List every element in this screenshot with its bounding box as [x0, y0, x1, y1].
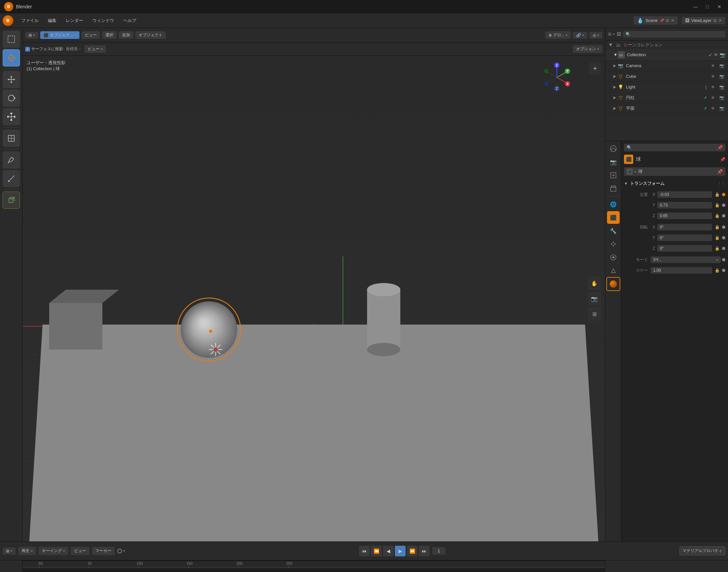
- light-eye-btn[interactable]: 👁: [709, 83, 717, 91]
- tool-rotate[interactable]: [3, 89, 20, 107]
- outliner-item-plane[interactable]: ▶ ▽ 平面 ↗ 👁 📷: [605, 103, 728, 114]
- prop-modifier-btn[interactable]: 🔧: [607, 224, 620, 237]
- menu-render[interactable]: レンダー: [62, 16, 87, 25]
- menu-file[interactable]: ファイル: [17, 16, 43, 25]
- tool-transform[interactable]: [3, 130, 20, 147]
- record-circle[interactable]: ▾: [117, 549, 125, 553]
- jump-end-btn[interactable]: ⏭: [419, 546, 429, 556]
- prop-render-btn[interactable]: 📷: [607, 156, 620, 168]
- coord-dropdown[interactable]: ビュー ▾: [84, 45, 106, 53]
- play-btn[interactable]: ▶: [395, 546, 406, 556]
- cylinder-eye-btn[interactable]: 👁: [709, 94, 717, 101]
- rotation-x-lock-icon[interactable]: 🔒: [713, 223, 721, 231]
- position-y-lock-icon[interactable]: 🔒: [713, 202, 721, 209]
- plane-render-btn[interactable]: 📷: [718, 105, 725, 112]
- timeline-view-btn[interactable]: ビュー: [71, 547, 89, 555]
- prop-output-btn[interactable]: [607, 169, 620, 182]
- rotation-z-value[interactable]: 0°: [657, 245, 712, 252]
- prev-keyframe-btn[interactable]: ⏪: [371, 546, 382, 556]
- canvas-area[interactable]: ユーザー・透視投影 (1) Collection | 球 Z Y: [23, 56, 605, 542]
- outliner-search[interactable]: 🔍: [623, 31, 725, 38]
- options-btn[interactable]: オプション ▾: [573, 45, 602, 53]
- playback-btn[interactable]: 再生 ▾: [18, 547, 36, 555]
- add-btn[interactable]: 追加: [119, 31, 133, 39]
- gizmo[interactable]: Z Y X Z: [542, 63, 572, 92]
- rotation-y-lock-icon[interactable]: 🔒: [713, 234, 721, 241]
- prop-viewlayer-btn[interactable]: [607, 182, 620, 195]
- prev-frame-btn[interactable]: ◀: [383, 546, 394, 556]
- tool-select-box[interactable]: [3, 30, 20, 48]
- snap-btn[interactable]: 🔗 ▾: [573, 32, 587, 39]
- minimize-button[interactable]: —: [691, 2, 700, 11]
- view-btn[interactable]: ビュー: [81, 31, 100, 39]
- prop-constraints-btn[interactable]: [607, 264, 620, 277]
- prop-world-btn[interactable]: 🌐: [607, 198, 620, 211]
- tool-move[interactable]: [3, 71, 20, 88]
- outliner-item-camera[interactable]: ▶ 📷 Camera 👁 📷: [605, 61, 728, 71]
- viewport[interactable]: ⊞ ▾ ⬛ オブジェク... ▾ ビュー 選択 追加 オブジェクト ⊕: [23, 28, 605, 542]
- timeline-ruler[interactable]: -50 50 100 150 200 250: [23, 560, 605, 568]
- light-render-btn[interactable]: 📷: [718, 83, 725, 91]
- camera-view-btn[interactable]: 📷: [588, 292, 601, 305]
- outliner-item-light[interactable]: ▶ 💡 Light ( 👁 📷: [605, 82, 728, 92]
- select-btn[interactable]: 選択: [102, 31, 117, 39]
- outliner-item-cylinder[interactable]: ▶ ▽ 円柱 ↗ 👁 📷: [605, 92, 728, 103]
- next-frame-btn[interactable]: ⏩: [407, 546, 417, 556]
- markers-btn[interactable]: マーカー: [92, 547, 115, 555]
- cylinder-render-btn[interactable]: 📷: [718, 94, 725, 101]
- editor-type-btn[interactable]: ⊞ ▾: [25, 32, 38, 39]
- camera-eye-btn[interactable]: 👁: [709, 62, 717, 70]
- rotation-y-value[interactable]: 0°: [657, 234, 712, 241]
- tool-add-cube[interactable]: +: [3, 192, 20, 209]
- mode-dropdown[interactable]: XY... ▾: [651, 257, 721, 263]
- menu-edit[interactable]: 編集: [44, 16, 61, 25]
- scale-value[interactable]: 1.00: [651, 267, 712, 274]
- maximize-button[interactable]: □: [703, 2, 712, 11]
- tool-scale[interactable]: [3, 108, 20, 125]
- zoom-add-button[interactable]: +: [589, 63, 601, 74]
- collection-check-icon[interactable]: ✓: [708, 52, 712, 58]
- outliner-item-cube[interactable]: ▶ ▽ Cube 👁 📷: [605, 71, 728, 82]
- position-z-value[interactable]: 0.65: [657, 213, 712, 219]
- plane-eye-btn[interactable]: 👁: [709, 105, 717, 112]
- global-btn[interactable]: ⊕ グロ... ▾: [545, 31, 571, 39]
- camera-render-btn[interactable]: 📷: [718, 62, 725, 70]
- prop-object-btn[interactable]: ⬛: [607, 211, 620, 224]
- timeline-editor-btn[interactable]: ⊞ ▾: [3, 548, 16, 555]
- scene-selector[interactable]: 💧 Scene 📌 ⧉ ✕: [634, 16, 678, 24]
- outliner-mode-btn[interactable]: ⊞ ▾: [608, 31, 615, 37]
- close-button[interactable]: ✕: [715, 2, 724, 11]
- current-frame[interactable]: 1: [432, 547, 446, 555]
- menu-help[interactable]: ヘルプ: [119, 16, 140, 25]
- cube-eye-btn[interactable]: 👁: [709, 73, 717, 80]
- object-btn[interactable]: オブジェクト: [135, 31, 166, 39]
- mode-btn[interactable]: ⬛ オブジェク... ▾: [40, 31, 79, 39]
- snap-surface-checkbox[interactable]: ✓: [25, 47, 30, 52]
- tool-measure[interactable]: [3, 170, 20, 187]
- position-z-lock-icon[interactable]: 🔒: [713, 212, 721, 219]
- prop-scene-btn[interactable]: [607, 142, 620, 155]
- prop-material-btn[interactable]: [607, 278, 620, 290]
- tool-annotate[interactable]: [3, 151, 20, 168]
- collection-camera-icon[interactable]: 📷: [720, 52, 725, 58]
- menu-window[interactable]: ウィンドウ: [88, 16, 118, 25]
- hand-tool-btn[interactable]: ✋: [588, 277, 601, 290]
- tool-cursor[interactable]: [3, 49, 20, 67]
- scale-lock-icon[interactable]: 🔒: [713, 267, 721, 274]
- position-y-value[interactable]: 0.73: [657, 202, 712, 209]
- transform-section-header[interactable]: ▼ トランスフォーム ⋮⋮: [624, 179, 725, 188]
- position-x-lock-icon[interactable]: 🔒: [713, 191, 721, 198]
- keying-btn[interactable]: キーイング ▾: [38, 547, 68, 555]
- cube-render-btn[interactable]: 📷: [718, 73, 725, 80]
- rotation-x-value[interactable]: 0°: [657, 224, 712, 230]
- viewlayer-selector[interactable]: 🖼 ViewLayer ⧉ ✕: [682, 17, 725, 24]
- prop-particles-btn[interactable]: [607, 238, 620, 251]
- collection-header[interactable]: ▼ 🗂 Collection ✓ 👁 📷: [605, 49, 728, 61]
- outliner-filter-btn[interactable]: 🖼: [617, 31, 621, 37]
- rotation-z-lock-icon[interactable]: 🔒: [713, 245, 721, 252]
- prop-physics-btn[interactable]: [607, 251, 620, 264]
- collection-eye-icon[interactable]: 👁: [714, 52, 718, 58]
- position-x-value[interactable]: -0.03: [657, 191, 712, 198]
- grid-view-btn[interactable]: ⊞: [588, 307, 601, 320]
- proportional-btn[interactable]: ◎ ▾: [589, 32, 602, 39]
